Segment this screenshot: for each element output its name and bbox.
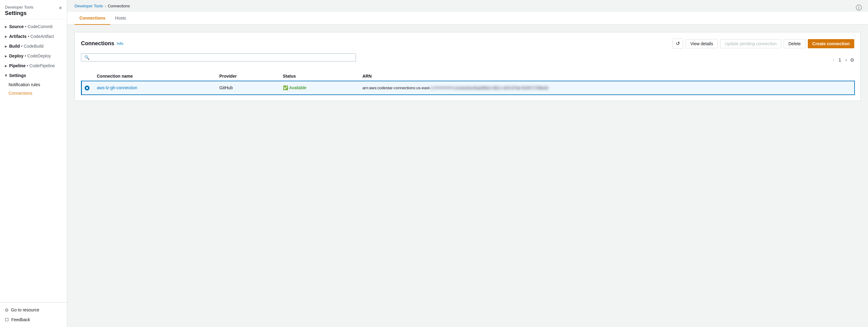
tab-connections[interactable]: Connections (74, 12, 110, 25)
feedback-button[interactable]: ☐ Feedback (0, 315, 67, 325)
breadcrumb-developer-tools[interactable]: Developer Tools (74, 4, 103, 8)
go-to-resource-button[interactable]: ⊙ Go to resource (0, 305, 67, 315)
table-header-row: Connection name Provider Status ARN (82, 71, 855, 81)
breadcrumb-connections: Connections (108, 4, 130, 8)
refresh-button[interactable]: ↺ (673, 38, 683, 49)
sidebar-header: Developer Tools Settings × (0, 0, 67, 19)
artifacts-sub-label: • CodeArtifact (27, 34, 54, 39)
breadcrumb-separator: › (105, 4, 106, 8)
sidebar-item-artifacts[interactable]: ▶ Artifacts • CodeArtifact (0, 31, 67, 41)
sidebar-item-deploy[interactable]: ▶ Deploy • CodeDeploy (0, 51, 67, 61)
sidebar-footer: ⊙ Go to resource ☐ Feedback (0, 302, 67, 327)
sidebar-item-settings[interactable]: ▶ Settings (0, 70, 67, 80)
sidebar-item-connections[interactable]: Connections (8, 89, 67, 97)
deploy-arrow-icon: ▶ (5, 54, 7, 58)
sidebar-title: Settings (5, 10, 33, 17)
help-icon[interactable]: ⓘ (856, 4, 862, 12)
pagination-prev-button[interactable]: ‹ (831, 57, 836, 63)
sidebar-item-build[interactable]: ▶ Build • CodeBuild (0, 41, 67, 51)
connections-table: Connection name Provider Status ARN (81, 71, 854, 94)
tab-hosts[interactable]: Hosts (110, 12, 131, 25)
pipeline-label: Pipeline (9, 63, 26, 68)
search-input[interactable] (91, 55, 352, 60)
go-to-resource-label: Go to resource (11, 307, 39, 312)
source-label: Source (9, 24, 24, 29)
settings-label: Settings (9, 73, 26, 78)
panel-info-link[interactable]: Info (117, 41, 123, 46)
feedback-label: Feedback (11, 317, 30, 322)
pagination: ‹ 1 › ⚙ (831, 57, 854, 63)
pagination-current: 1 (837, 57, 842, 62)
col-connection-name: Connection name (93, 71, 216, 81)
artifacts-label: Artifacts (9, 34, 27, 39)
search-bar[interactable]: 🔍 (81, 54, 356, 61)
row-select-cell[interactable] (82, 81, 93, 94)
arn-cell: arn:aws:codestar-connections:us-east-1:•… (359, 81, 854, 94)
panel-header: Connections Info ↺ View details Update p… (81, 38, 854, 49)
tabs-bar: Connections Hosts (67, 12, 868, 25)
breadcrumb: Developer Tools › Connections (67, 0, 868, 12)
build-sub-label: • CodeBuild (20, 44, 43, 49)
provider-cell: GitHub (216, 81, 279, 94)
panel-actions: ↺ View details Update pending connection… (673, 38, 854, 49)
create-connection-button[interactable]: Create connection (808, 39, 854, 48)
sidebar-close-button[interactable]: × (59, 5, 62, 11)
col-status: Status (279, 71, 359, 81)
connection-name-link[interactable]: aws-lz-gh-connection (97, 85, 137, 90)
settings-arrow-icon: ▶ (5, 74, 8, 77)
col-arn: ARN (359, 71, 854, 81)
sidebar-app-name: Developer Tools (5, 5, 33, 9)
source-arrow-icon: ▶ (5, 25, 7, 28)
radio-button-checked[interactable] (85, 86, 90, 90)
deploy-label: Deploy (9, 54, 24, 58)
go-to-resource-icon: ⊙ (5, 307, 8, 312)
pipeline-sub-label: • CodePipeline (26, 63, 55, 68)
build-label: Build (9, 44, 20, 49)
build-arrow-icon: ▶ (5, 44, 7, 48)
sidebar-item-notification-rules[interactable]: Notification rules (8, 80, 67, 89)
feedback-icon: ☐ (5, 317, 9, 322)
settings-sub-menu: Notification rules Connections (0, 80, 67, 97)
pagination-settings-button[interactable]: ⚙ (850, 57, 854, 63)
table-row[interactable]: aws-lz-gh-connection GitHub ✅ Available … (82, 81, 855, 94)
panel-title-group: Connections Info (81, 40, 123, 47)
col-select (82, 71, 93, 81)
source-sub-label: • CodeCommit (24, 24, 52, 29)
col-provider: Provider (216, 71, 279, 81)
sidebar-item-source[interactable]: ▶ Source • CodeCommit (0, 22, 67, 31)
status-available: ✅ Available (283, 85, 355, 90)
status-check-icon: ✅ (283, 85, 288, 90)
delete-button[interactable]: Delete (784, 39, 805, 48)
pipeline-arrow-icon: ▶ (5, 64, 7, 67)
pagination-next-button[interactable]: › (843, 57, 849, 63)
sidebar-nav: ▶ Source • CodeCommit ▶ Artifacts • Code… (0, 19, 67, 302)
connections-panel: Connections Info ↺ View details Update p… (74, 32, 861, 101)
sidebar: Developer Tools Settings × ▶ Source • Co… (0, 0, 67, 327)
search-icon: 🔍 (84, 55, 90, 60)
main-content: Developer Tools › Connections Connection… (67, 0, 868, 327)
refresh-icon: ↺ (676, 41, 680, 47)
page-content: Connections Info ↺ View details Update p… (67, 25, 868, 327)
connection-name-cell: aws-lz-gh-connection (93, 81, 216, 94)
update-pending-button: Update pending connection (720, 39, 781, 48)
artifacts-arrow-icon: ▶ (5, 35, 7, 38)
arn-value: arn:aws:codestar-connections:us-east-1:•… (362, 86, 548, 90)
search-pagination-row: 🔍 ‹ 1 › ⚙ (81, 54, 854, 66)
view-details-button[interactable]: View details (686, 39, 717, 48)
status-cell: ✅ Available (279, 81, 359, 94)
deploy-sub-label: • CodeDeploy (24, 54, 51, 58)
panel-title: Connections (81, 40, 114, 47)
sidebar-item-pipeline[interactable]: ▶ Pipeline • CodePipeline (0, 61, 67, 70)
